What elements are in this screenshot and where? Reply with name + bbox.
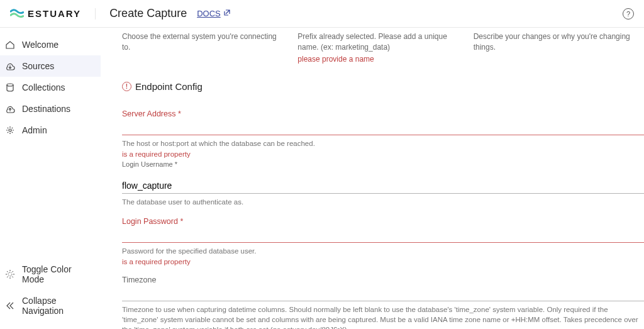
sun-icon [5,269,15,279]
docs-link-label: DOCS [197,9,221,18]
sidebar-item-collections[interactable]: Collections [0,77,101,98]
login-username-mini-label: Login Username * [122,160,644,168]
sidebar: Welcome Sources Collections Destinations… [0,28,101,329]
server-address-error: is a required property [122,150,644,158]
page-title: Create Capture [109,7,187,20]
name-error: please provide a name [297,55,462,64]
server-address-label: Server Address [122,109,644,118]
sidebar-item-sources[interactable]: Sources [0,55,101,77]
login-username-help: The database user to authenticate as. [122,197,644,207]
sidebar-item-destinations[interactable]: Destinations [0,98,101,120]
connector-column: Choose the external system you're connec… [122,31,286,64]
main-content: Choose the external system you're connec… [101,28,644,329]
sidebar-item-label: Destinations [22,104,70,114]
login-username-field: The database user to authenticate as. [122,178,644,207]
endpoint-config-heading: ! Endpoint Config [122,81,644,92]
details-help: Describe your changes or why you're chan… [474,31,638,53]
sidebar-item-label: Toggle Color Mode [22,264,93,284]
sidebar-item-label: Collections [22,82,65,92]
server-address-input[interactable] [122,120,644,135]
sidebar-item-label: Admin [22,125,47,135]
login-password-input[interactable] [122,227,644,243]
brand-text: ESTUARY [28,8,81,19]
sidebar-item-label: Collapse Navigation [22,296,93,316]
section-title: Endpoint Config [135,81,203,92]
svg-point-1 [9,129,11,131]
brand-logo[interactable]: ESTUARY [10,8,96,20]
cloud-download-icon [5,61,15,71]
chevron-left-double-icon [5,301,15,311]
timezone-help: Timezone to use when capturing datetime … [122,304,644,329]
timezone-input[interactable] [122,286,644,301]
login-password-help: Password for the specified database user… [122,246,644,256]
gear-icon [5,125,15,135]
database-icon [5,82,15,92]
sidebar-item-welcome[interactable]: Welcome [0,34,101,55]
login-password-field: Login Password Password for the specifie… [122,217,644,265]
name-column: Prefix already selected. Please add a un… [297,31,462,64]
sidebar-item-label: Welcome [22,40,58,50]
name-help: Prefix already selected. Please add a un… [297,31,462,53]
svg-point-0 [7,84,13,86]
login-password-error: is a required property [122,258,644,265]
home-icon [5,40,15,50]
docs-link[interactable]: DOCS [197,9,231,18]
cloud-upload-icon [5,104,15,114]
logo-icon [10,8,24,20]
details-column: Describe your changes or why you're chan… [474,31,638,64]
help-icon[interactable]: ? [623,8,634,20]
toggle-color-mode[interactable]: Toggle Color Mode [0,259,101,290]
login-username-input[interactable] [122,178,644,194]
timezone-field: Timezone Timezone to use when capturing … [122,276,644,329]
login-password-label: Login Password [122,217,644,226]
server-address-field: Server Address The host or host:port at … [122,109,644,168]
collapse-navigation[interactable]: Collapse Navigation [0,290,101,321]
sidebar-item-admin[interactable]: Admin [0,120,101,141]
svg-point-2 [8,272,12,276]
timezone-label: Timezone [122,276,644,284]
external-link-icon [223,9,231,18]
warning-icon: ! [122,82,131,91]
server-address-help: The host or host:port at which the datab… [122,138,644,148]
connector-help: Choose the external system you're connec… [122,31,286,53]
sidebar-item-label: Sources [22,61,54,71]
topbar: ESTUARY Create Capture DOCS ? [0,0,644,28]
